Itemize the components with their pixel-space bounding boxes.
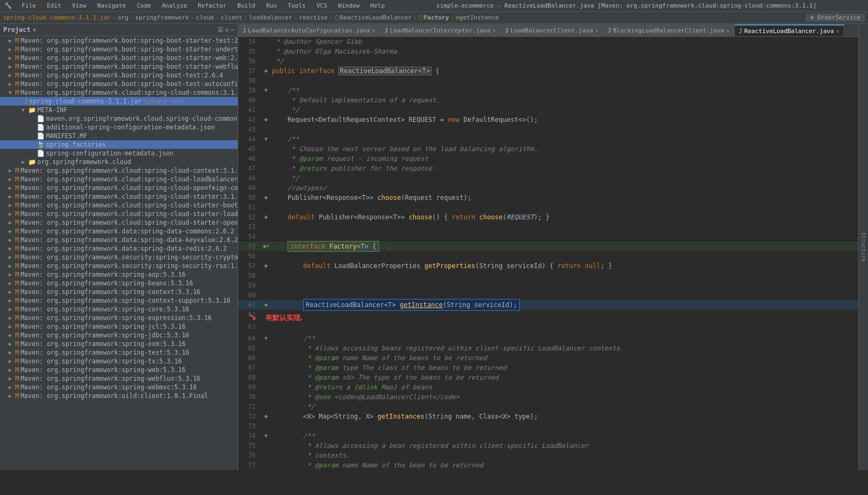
tree-item[interactable]: ▶ M Maven: org.springframework:spring-we…	[0, 383, 238, 392]
menu-code[interactable]: Code	[132, 1, 155, 10]
tree-item-maven-file[interactable]: 📄 maven.org.springframework.cloud.spring…	[0, 114, 238, 123]
tab-reactive-loadbalancer[interactable]: J ReactiveLoadBalancer.java ✕	[735, 24, 845, 36]
tree-item[interactable]: ▶ M Maven: org.springframework:spring-tx…	[0, 357, 238, 366]
tab-close-icon[interactable]: ✕	[836, 28, 839, 34]
tree-item[interactable]: ▶ M Maven: org.springframework:spring-te…	[0, 348, 238, 357]
menu-run[interactable]: Run	[262, 1, 281, 10]
tree-item[interactable]: ▶ M Maven: org.springframework:uild:clie…	[0, 392, 238, 400]
tree-item[interactable]: ▶ M Maven: org.springframework.boot:spri…	[0, 54, 238, 62]
breadcrumb-springframework[interactable]: springframework	[135, 14, 189, 21]
tree-item[interactable]: ▶ M Maven: org.springframework.cloud:spr…	[0, 210, 238, 218]
sidebar-settings-icon[interactable]: ⚙	[225, 27, 229, 34]
tree-item[interactable]: ▶ M Maven: org.springframework.cloud:spr…	[0, 192, 238, 201]
tab-close-icon[interactable]: ✕	[726, 28, 729, 34]
breadcrumb-interface[interactable]: ⬡	[335, 14, 340, 21]
tree-item[interactable]: ▶ M Maven: org.springframework.cloud:spr…	[0, 184, 238, 192]
file-icon: 📄	[37, 132, 44, 140]
tree-item[interactable]: ▶ M Maven: org.springframework:spring-be…	[0, 279, 238, 288]
tab-loadbalancer-interceptor[interactable]: J LoadBalancerInterceptor.java ✕	[380, 24, 501, 36]
code-editor[interactable]: 34 * @author Spencer Gibb 35 * @author O…	[238, 37, 858, 470]
tree-item-cloud-commons[interactable]: ▼ M Maven: org.springframework.cloud:spr…	[0, 88, 238, 97]
tree-item[interactable]: ▶ M Maven: org.springframework:spring-jc…	[0, 322, 238, 331]
tree-item[interactable]: ▶ M Maven: org.springframework.boot:spri…	[0, 62, 238, 71]
tree-item-spring-factories[interactable]: 🍃 spring.factories	[0, 140, 238, 149]
menu-navigate[interactable]: Navigate	[93, 1, 130, 10]
maven-icon: M	[15, 297, 19, 304]
menu-view[interactable]: View	[68, 1, 91, 10]
menu-refactor[interactable]: Refactor	[193, 1, 231, 10]
tree-item-manifest[interactable]: 📄 MANIFEST.MF	[0, 132, 238, 140]
tab-close-icon[interactable]: ✕	[595, 28, 598, 34]
menu-tools[interactable]: Tools	[283, 1, 310, 10]
breadcrumb-getinstance[interactable]: getInstance	[459, 14, 499, 21]
implement-icon[interactable]: ◆	[264, 115, 268, 125]
breadcrumb-loadbalancer[interactable]: loadbalancer	[249, 14, 292, 21]
tab-close-icon[interactable]: ✕	[493, 28, 496, 34]
tree-item-meta-inf[interactable]: ▼ 📁 META-INF	[0, 106, 238, 114]
breadcrumb-reactive[interactable]: reactive	[299, 14, 328, 21]
implement-icon[interactable]: ◆	[264, 193, 268, 203]
structure-panel[interactable]: Structure	[858, 24, 868, 470]
tree-item[interactable]: ▶ M Maven: org.springframework.data:spri…	[0, 244, 238, 253]
implement-icon[interactable]: ◆	[264, 300, 268, 310]
breadcrumb-org[interactable]: org	[118, 14, 128, 21]
order-service-button[interactable]: ⊕ OrderService	[806, 14, 865, 22]
breadcrumb-reactiveloadbalancer[interactable]: ReactiveLoadBalancer	[340, 14, 412, 21]
tree-item[interactable]: ▶ M Maven: org.springframework.boot:spri…	[0, 80, 238, 88]
tab-blocking-loadbalancer-client[interactable]: J BlockingLoadBalancerClient.java ✕	[603, 24, 734, 36]
menu-window[interactable]: Window	[334, 1, 364, 10]
tree-item[interactable]: ▶ M Maven: org.springframework:spring-ox…	[0, 340, 238, 348]
tree-item[interactable]: ▶ M Maven: org.springframework.cloud:spr…	[0, 175, 238, 184]
tree-item[interactable]: ▶ M Maven: org.springframework.cloud:spr…	[0, 201, 238, 210]
tree-item[interactable]: ▶ M Maven: org.springframework:spring-jd…	[0, 331, 238, 340]
menu-vcs[interactable]: VCS	[312, 1, 331, 10]
tree-item[interactable]: ▶ M Maven: org.springframework:spring-ao…	[0, 270, 238, 279]
tab-close-icon[interactable]: ✕	[372, 28, 375, 34]
tree-item[interactable]: ▶ M Maven: org.springframework:spring-we…	[0, 366, 238, 374]
implement-icon[interactable]: ◆	[264, 66, 268, 76]
implement-icon[interactable]: ◆	[263, 242, 266, 251]
sidebar-scope-icon[interactable]: ☰	[218, 27, 223, 34]
tree-item[interactable]: ▶ M Maven: org.springframework.boot:spri…	[0, 71, 238, 80]
implement-icon[interactable]: ◆	[264, 412, 268, 421]
fold-icon[interactable]: ▼	[266, 242, 269, 251]
tree-item-jar[interactable]: J spring-cloud-commons-3.1.1.jar library…	[0, 97, 238, 106]
breadcrumb-factory-icon: ⬡	[419, 14, 424, 21]
tree-item[interactable]: ▶ M Maven: org.springframework.cloud:spr…	[0, 166, 238, 175]
menu-help[interactable]: Help	[366, 1, 389, 10]
tree-item[interactable]: ▶ M Maven: org.springframework.security:…	[0, 262, 238, 270]
sidebar-close-icon[interactable]: —	[231, 27, 234, 34]
tree-item[interactable]: ▶ M Maven: org.springframework.cloud:spr…	[0, 218, 238, 227]
sidebar-dropdown-icon[interactable]: ▼	[33, 27, 36, 33]
implement-icon[interactable]: ◆	[264, 261, 268, 271]
maven-icon: M	[15, 175, 19, 183]
tree-item[interactable]: ▶ M Maven: org.springframework.data:spri…	[0, 236, 238, 244]
tree-item-spring-config-metadata[interactable]: 📄 spring-configuration-metadata.json	[0, 149, 238, 158]
tab-loadbalancer-auto-config[interactable]: J LoadBalancerAutoConfiguration.java ✕	[238, 24, 380, 36]
tree-item-org-cloud[interactable]: ▶ 📁 org.springframework.cloud	[0, 158, 238, 166]
breadcrumb-cloud[interactable]: cloud	[196, 14, 214, 21]
breadcrumb-factory[interactable]: Factory	[424, 14, 449, 21]
fold-icon[interactable]: ▼	[264, 86, 267, 95]
tree-item[interactable]: ▶ M Maven: org.springframework:spring-we…	[0, 374, 238, 383]
tree-item[interactable]: ▶ M Maven: org.springframework.boot:spri…	[0, 45, 238, 54]
tree-item[interactable]: ▶ M Maven: org.springframework:spring-ex…	[0, 314, 238, 322]
tree-item[interactable]: ▶ M Maven: org.springframework:spring-co…	[0, 288, 238, 296]
tree-item[interactable]: ▶ M Maven: org.springframework.boot:spri…	[0, 36, 238, 45]
menu-file[interactable]: File	[17, 1, 41, 10]
fold-icon[interactable]: ▼	[264, 334, 267, 343]
implement-icon[interactable]: ◆	[264, 212, 268, 222]
tree-item-additional-metadata[interactable]: 📄 additional-spring-configuration-metada…	[0, 123, 238, 132]
breadcrumb-client[interactable]: client	[221, 14, 243, 21]
tree-item[interactable]: ▶ M Maven: org.springframework:spring-co…	[0, 296, 238, 305]
tree-item[interactable]: ▶ M Maven: org.springframework.security:…	[0, 253, 238, 262]
tree-item[interactable]: ▶ M Maven: org.springframework.data:spri…	[0, 227, 238, 236]
tab-loadbalancer-client[interactable]: J LoadBalancerClient.java ✕	[501, 24, 603, 36]
menu-analyze[interactable]: Analyze	[158, 1, 191, 10]
breadcrumb-jar[interactable]: spring-cloud-commons-3.1.1.jar	[3, 14, 111, 21]
fold-icon[interactable]: ▼	[264, 134, 267, 144]
tree-item[interactable]: ▶ M Maven: org.springframework:spring-co…	[0, 305, 238, 314]
fold-icon[interactable]: ▼	[264, 431, 267, 441]
menu-build[interactable]: Build	[233, 1, 259, 10]
menu-edit[interactable]: Edit	[43, 1, 66, 10]
